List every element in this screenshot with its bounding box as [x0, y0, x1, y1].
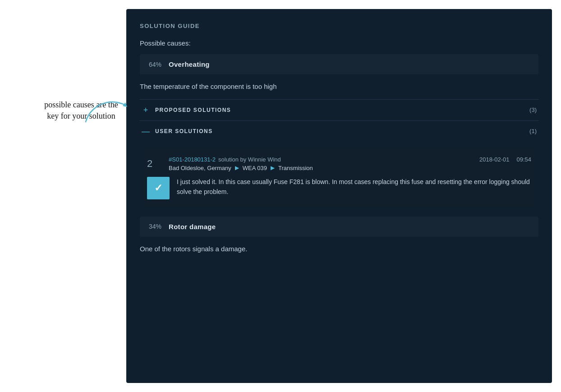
possible-causes-label: Possible causes: — [140, 39, 538, 47]
cause-card-overheating[interactable]: 64% Overheating — [140, 54, 538, 74]
proposed-solutions-count: (3) — [529, 106, 537, 113]
user-solutions-label: USER SOLUTIONS — [155, 128, 213, 134]
proposed-solutions-expand-icon: + — [142, 106, 150, 114]
proposed-solutions-row[interactable]: + PROPOSED SOLUTIONS (3) — [140, 99, 538, 120]
page-wrapper: possible causes are the key for your sol… — [0, 0, 561, 392]
solution-date: 2018-02-01 — [479, 156, 510, 163]
rotor-card-header: 34% Rotor damage — [149, 223, 529, 231]
main-panel: SOLUTION GUIDE Possible causes: 64% Over… — [126, 9, 552, 383]
annotation-arrow — [77, 88, 131, 124]
user-solutions-row[interactable]: — USER SOLUTIONS (1) — [140, 120, 538, 142]
proposed-solutions-label: PROPOSED SOLUTIONS — [155, 107, 231, 113]
location-arrow-2: ▶ — [271, 165, 275, 171]
solution-id-line: #S01-20180131-2 solution by Winnie Wind … — [169, 156, 531, 163]
solution-meta-row: 2 #S01-20180131-2 solution by Winnie Win… — [147, 156, 531, 171]
solution-turbine: WEA 039 — [243, 165, 267, 171]
cause-card-header: 64% Overheating — [149, 60, 529, 68]
user-solutions-collapse-icon: — — [142, 127, 150, 135]
solution-location: Bad Oldesloe, Germany ▶ WEA 039 ▶ Transm… — [169, 165, 531, 171]
cause-card-rotor[interactable]: 34% Rotor damage — [140, 217, 538, 237]
solution-by: solution by Winnie Wind — [218, 156, 281, 163]
section-title: SOLUTION GUIDE — [140, 23, 538, 29]
left-annotation: possible causes are the key for your sol… — [0, 0, 126, 392]
location-arrow-1: ▶ — [235, 165, 239, 171]
solution-component: Transmission — [278, 165, 313, 171]
solution-id: #S01-20180131-2 — [169, 156, 216, 163]
solution-time: 09:54 — [516, 156, 531, 163]
checkmark-box: ✓ — [147, 177, 170, 199]
solution-content-row: ✓ I just solved it. In this case usually… — [147, 177, 531, 199]
overheating-percentage: 64% — [149, 61, 165, 68]
rotor-description: One of the rotors signals a damage. — [140, 244, 538, 254]
solution-text: I just solved it. In this case usually F… — [177, 177, 531, 197]
overheating-name: Overheating — [169, 60, 210, 68]
solution-meta-info: #S01-20180131-2 solution by Winnie Wind … — [169, 156, 531, 171]
solution-location-city: Bad Oldesloe, Germany — [169, 165, 231, 171]
user-solutions-left: — USER SOLUTIONS — [142, 127, 213, 135]
user-solutions-count: (1) — [529, 128, 537, 134]
checkmark-icon: ✓ — [154, 182, 162, 194]
rotor-name: Rotor damage — [169, 223, 216, 231]
proposed-solutions-left: + PROPOSED SOLUTIONS — [142, 106, 231, 114]
solution-number: 2 — [147, 158, 169, 170]
rotor-percentage: 34% — [149, 223, 165, 230]
solution-card: 2 #S01-20180131-2 solution by Winnie Win… — [140, 148, 538, 208]
overheating-description: The temperature of the component is too … — [140, 82, 538, 92]
